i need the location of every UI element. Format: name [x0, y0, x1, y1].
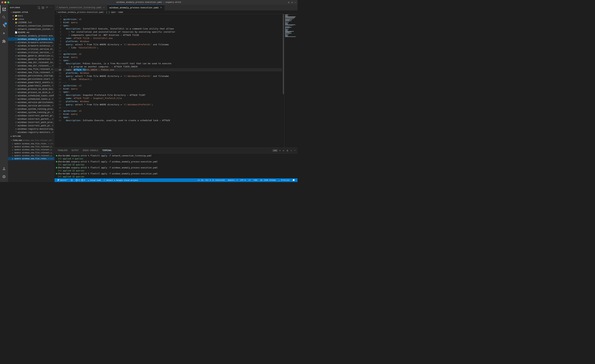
- terminal-content[interactable]: dherder@mb osquery-attck % fleetctl appl…: [55, 154, 298, 178]
- minimize-button[interactable]: [4, 1, 6, 3]
- list-item[interactable]: ⚙ windows-incorrect_parent_process.conf: [8, 114, 55, 117]
- list-item[interactable]: ! windows_persistence-startup_items.yaml…: [8, 77, 55, 81]
- status-sync[interactable]: [69, 178, 74, 182]
- breadcrumb-name[interactable]: name: [118, 11, 123, 14]
- status-encoding[interactable]: UTF-8: [239, 178, 247, 182]
- list-item[interactable]: ! network_connection_listening.yaml U: [8, 28, 55, 31]
- list-item[interactable]: ! windows_anomaly_process-execution.yaml…: [8, 37, 55, 41]
- shell-selector[interactable]: zsh: [272, 149, 278, 152]
- activity-extensions[interactable]: [0, 37, 8, 45]
- status-notifications[interactable]: [291, 178, 296, 182]
- list-item[interactable]: ⚙ windows_new_dir_relevant_infection_pat…: [8, 61, 55, 64]
- list-item[interactable]: ⚙ windows_new_file_relevant_infection_pa…: [8, 67, 55, 71]
- status-eol[interactable]: LF: [247, 178, 252, 182]
- activity-settings[interactable]: [0, 173, 8, 181]
- list-item[interactable]: ⚙ windows_system_running_processes.conf: [8, 107, 55, 111]
- status-errors[interactable]: 0 0: [74, 178, 86, 182]
- list-item[interactable]: ◷ Update windows_new_file_relevant_infec…: [8, 148, 55, 151]
- list-item[interactable]: ▶ 📁 docs: [8, 14, 55, 17]
- list-item[interactable]: ! windows_browsere-extensions.yaml U: [8, 44, 55, 47]
- list-item[interactable]: ▶ 📁 Linux: [8, 17, 55, 21]
- list-item[interactable]: ! windows_scheduled_tasks.yaml U: [8, 97, 55, 101]
- list-item[interactable]: ⚙ windows_service-persistence.conf: [8, 101, 55, 104]
- activity-account[interactable]: [0, 165, 8, 173]
- outline-header[interactable]: ▶ OUTLINE: [8, 134, 55, 139]
- tab-terminal[interactable]: TERMINAL: [100, 148, 114, 154]
- tab-network-connection[interactable]: ! network_connection_listening.yaml ×: [55, 5, 107, 10]
- layout-icon[interactable]: ⊞: [288, 1, 289, 4]
- list-item[interactable]: ⚙ windows-incorrect_path_process.conf: [8, 121, 55, 124]
- list-item[interactable]: ! windows-registry-monitoring.yaml U: [8, 131, 55, 134]
- list-item[interactable]: ! windows_new_dir_relevant_infection_pat…: [8, 64, 55, 67]
- split-icon[interactable]: ⊟: [291, 1, 293, 4]
- collapse-all-button[interactable]: [45, 6, 49, 9]
- list-item[interactable]: ! windows_generic_detection.yaml U: [8, 57, 55, 61]
- status-prettier[interactable]: Prettier: [277, 178, 291, 182]
- status-bar: master* 0 0 ☁ Cloud Code ⬡ Select a Goog…: [55, 178, 298, 182]
- new-terminal-button[interactable]: ⊕: [279, 149, 281, 152]
- list-item[interactable]: ◷ Update windows_new_file_relevant_infec…: [8, 145, 55, 148]
- list-item[interactable]: ⚙ windows_persistence_startup_items.conf: [8, 74, 55, 77]
- status-position[interactable]: Ln 18, Col 9 (6 selected): [196, 178, 227, 182]
- trash-terminal-button[interactable]: 🗑: [286, 149, 289, 152]
- list-item[interactable]: ! windows_system_running_processes.yaml …: [8, 111, 55, 114]
- chevron-up-icon[interactable]: ∧: [290, 149, 293, 152]
- tab-output[interactable]: OUTPUT: [70, 148, 81, 154]
- list-item[interactable]: ! windows-incorrect_parent_process.yaml …: [8, 117, 55, 121]
- tree-root-header[interactable]: ▾ OSQUERY-ATTCK: [8, 10, 55, 14]
- activity-search[interactable]: [0, 13, 8, 21]
- tab-close-button[interactable]: ×: [160, 6, 163, 9]
- list-item[interactable]: ! windows-incorrect_path_process.yaml U: [8, 124, 55, 127]
- list-item[interactable]: ⚙ network_connection_listening.conf: [8, 24, 55, 28]
- tab-problems[interactable]: PROBLEMS: [56, 148, 70, 154]
- status-schema[interactable]: No JSON Schema: [259, 178, 277, 182]
- maximize-button[interactable]: [7, 1, 9, 3]
- minimap[interactable]: [284, 14, 298, 147]
- close-panel-button[interactable]: ×: [294, 149, 296, 152]
- list-item[interactable]: 📄 README.md: [8, 31, 55, 34]
- more-actions-button[interactable]: ···: [49, 6, 53, 9]
- list-item[interactable]: ⚙ windows-registry-monitoring.conf: [8, 127, 55, 131]
- new-file-button[interactable]: [37, 6, 41, 9]
- list-item[interactable]: ⚙ windows_anomaly_process-execution.conf: [8, 34, 55, 37]
- list-item[interactable]: ! windows_new_file_relevant_infection_pa…: [8, 71, 55, 74]
- status-spaces[interactable]: Spaces: 2: [227, 178, 239, 182]
- list-item[interactable]: ◷ Update windows_new_file_relevant_infec…: [8, 154, 55, 157]
- editor-scrollbar[interactable]: [282, 14, 284, 147]
- breadcrumb-file[interactable]: windows_anomaly_process-execution.yaml: [58, 11, 104, 14]
- list-item[interactable]: ! windows_process_no_disk_binary.yaml U: [8, 91, 55, 94]
- tab-close-button[interactable]: ×: [103, 6, 105, 9]
- status-branch[interactable]: master*: [56, 178, 69, 182]
- list-item[interactable]: ◷ Update windows_new_file_relevant_infec…: [8, 157, 55, 160]
- sidebar: EXPLORER ··· ▾ OSQUERY-ATTCK: [8, 5, 55, 182]
- code-area[interactable]: --- apiVersion: v1 kind: query spec: des…: [63, 14, 282, 147]
- tab-debug-console[interactable]: DEBUG CONSOLE: [81, 148, 100, 154]
- activity-run[interactable]: [0, 29, 8, 37]
- timeline-header[interactable]: ▾ TIMELINE windows_new_file_relevant_inf…: [8, 139, 55, 142]
- scrollbar-thumb[interactable]: [283, 14, 284, 94]
- list-item[interactable]: ⚙ windows_process_no_disk_binary.conf: [8, 87, 55, 91]
- list-item[interactable]: ◷ Update windows_new_file_relevant_infec…: [8, 151, 55, 154]
- activity-git[interactable]: 18: [0, 21, 8, 29]
- list-item[interactable]: ! windows_powershell_events.yaml U: [8, 84, 55, 87]
- list-item[interactable]: ! windows_critical_service_status.yaml U: [8, 51, 55, 54]
- close-button[interactable]: [1, 1, 3, 3]
- list-item[interactable]: ⚙ windows_powershell_events.conf: [8, 81, 55, 84]
- new-folder-button[interactable]: [41, 6, 45, 9]
- status-cloud-code[interactable]: ☁ Cloud Code: [86, 178, 102, 182]
- list-item[interactable]: ! windows_service-persistence.yaml U: [8, 104, 55, 107]
- list-item[interactable]: ⚙ windows_browsere-extensions.conf: [8, 41, 55, 44]
- activity-explorer[interactable]: [0, 5, 8, 13]
- split-terminal-button[interactable]: ⊞: [282, 149, 285, 152]
- status-gcp-project[interactable]: ⬡ Select a Google Cloud project: [102, 178, 140, 182]
- list-item[interactable]: 🔒 LICENSE.txt: [8, 21, 55, 24]
- list-item[interactable]: ⚙ windows_generic_detection.conf: [8, 54, 55, 57]
- list-item[interactable]: ⚙ windows_scheduled_tasks.conf: [8, 94, 55, 97]
- tab-windows-anomaly[interactable]: windows_anomaly_process-execution.yaml ×: [107, 5, 164, 10]
- sidebar-title: EXPLORER: [10, 7, 20, 9]
- list-item[interactable]: ◷ Update windows_new_file_relevant_infec…: [8, 142, 55, 145]
- list-item[interactable]: ⚙ windows_critical_service_status.conf: [8, 47, 55, 51]
- dots-icon[interactable]: ⋯: [295, 1, 296, 4]
- breadcrumb-spec[interactable]: { } spec: [106, 11, 116, 14]
- status-language[interactable]: YAML: [252, 178, 259, 182]
